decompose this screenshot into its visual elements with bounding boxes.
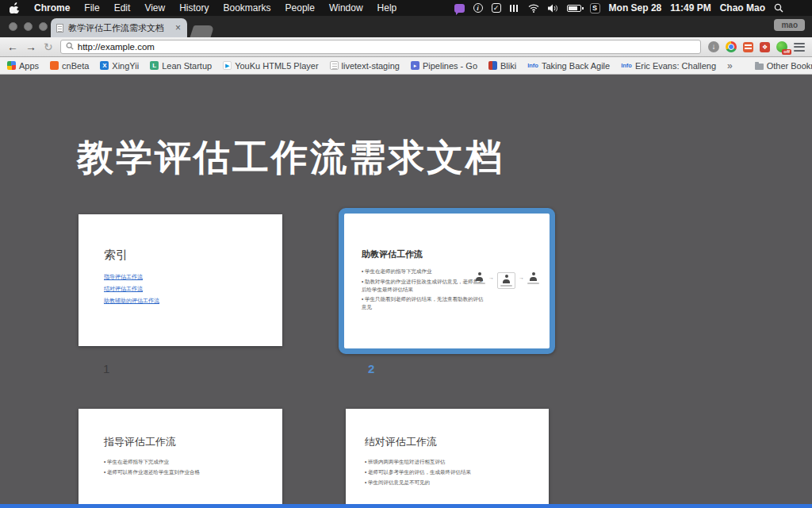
- slide-bullets: 学生在老师指导下完成作业老师可以将作业退还给学生直到作业合格: [104, 458, 266, 476]
- lean-startup-favicon: L: [150, 61, 159, 70]
- workflow-diagram: → →: [473, 272, 539, 289]
- slide-bullet: 学生在老师的指导下完成作业: [362, 267, 485, 275]
- bookmarks-bar: Apps cnBeta XXingYii LLean Startup ▶YouK…: [0, 57, 812, 75]
- slide-heading: 指导评估工作流: [104, 435, 266, 449]
- menu-item[interactable]: History: [179, 2, 209, 13]
- menu-item[interactable]: Edit: [114, 2, 131, 13]
- info-status-icon[interactable]: i: [473, 3, 483, 13]
- new-tab-button[interactable]: [190, 25, 215, 37]
- person-icon: [527, 272, 539, 284]
- slide-bullet: 助教对学生的作业进行批改生成评估意见，老师参考后给学生最终评估结果: [362, 278, 485, 294]
- bookmark-item[interactable]: InfoTaking Back Agile: [527, 61, 610, 71]
- profile-badge[interactable]: mao: [774, 19, 805, 31]
- page-content: 教学评估工作流需求文档 索引 指导评估工作流结对评估工作流助教辅助的评估工作流 …: [0, 75, 812, 508]
- extension-off-badge: off: [782, 49, 791, 55]
- bookmark-item[interactable]: LLean Startup: [150, 61, 212, 71]
- slide-link[interactable]: 助教辅助的评估工作流: [104, 297, 266, 305]
- toolbar-extensions: ↓ ❖ off: [708, 41, 805, 52]
- menu-item[interactable]: View: [144, 2, 165, 13]
- slide-number-1: 1: [103, 362, 109, 375]
- slide-link[interactable]: 结对评估工作流: [104, 285, 266, 293]
- slide-thumbnail-4[interactable]: 结对评估工作流 班级内两两学生组对进行相互评估老师可以参考学生的评估，生成最终评…: [346, 409, 549, 508]
- active-app-name[interactable]: Chrome: [34, 2, 70, 13]
- window-controls: [9, 22, 48, 31]
- menu-item[interactable]: Bookmarks: [224, 2, 271, 13]
- document-favicon: [330, 61, 339, 70]
- menu-item[interactable]: File: [84, 2, 99, 13]
- meter-status-icon[interactable]: [510, 5, 519, 12]
- minimize-window-button[interactable]: [24, 22, 33, 31]
- forward-button[interactable]: →: [25, 41, 36, 52]
- page-favicon: [56, 24, 63, 33]
- menu-item[interactable]: Help: [377, 2, 397, 13]
- bookmark-apps[interactable]: Apps: [7, 61, 39, 71]
- omnibox-search-icon: [66, 42, 74, 52]
- back-button[interactable]: ←: [7, 41, 18, 52]
- bookmark-item[interactable]: InfoEric Evans: Challeng: [621, 61, 716, 71]
- apple-menu-icon[interactable]: [10, 2, 20, 13]
- chrome-icon[interactable]: [726, 41, 737, 52]
- arrow-icon: →: [519, 275, 524, 280]
- battery-icon[interactable]: [567, 5, 581, 12]
- browser-window: 教学评估工作流需求文档 × mao ← → ↻ http://example.c…: [0, 16, 812, 508]
- menu-item[interactable]: People: [285, 2, 315, 13]
- slide-thumbnail-3[interactable]: 指导评估工作流 学生在老师指导下完成作业老师可以将作业退还给学生直到作业合格: [79, 409, 282, 508]
- pipelines-go-favicon: ▸: [411, 61, 419, 70]
- xingyii-favicon: X: [100, 61, 109, 70]
- page-title: 教学评估工作流需求文档: [77, 133, 504, 183]
- tab-close-icon[interactable]: ×: [174, 23, 182, 33]
- zoom-window-button[interactable]: [39, 22, 48, 31]
- chrome-menu-icon[interactable]: [794, 43, 805, 52]
- extension-icon[interactable]: ❖: [760, 42, 770, 52]
- bliki-favicon: [488, 61, 497, 70]
- bookmark-item[interactable]: ▸Pipelines - Go: [411, 61, 477, 71]
- bookmark-item[interactable]: XXingYii: [100, 61, 139, 71]
- menubar-date[interactable]: Mon Sep 28: [609, 2, 662, 13]
- infoq-favicon: Info: [527, 61, 538, 70]
- other-bookmarks[interactable]: Other Bookmarks: [755, 61, 812, 71]
- slide-heading: 索引: [104, 248, 266, 263]
- wifi-icon[interactable]: [528, 4, 539, 13]
- slide-link[interactable]: 指导评估工作流: [104, 273, 266, 281]
- menu-item[interactable]: Window: [329, 2, 363, 13]
- browser-tab[interactable]: 教学评估工作流需求文档 ×: [51, 18, 187, 37]
- arrow-icon: →: [488, 275, 494, 280]
- slide-bullet: 老师可以参考学生的评估，生成最终评估结果: [365, 468, 534, 476]
- slide-number-2: 2: [368, 362, 374, 375]
- person-icon: [497, 272, 515, 289]
- bookmark-item[interactable]: livetext-staging: [330, 61, 400, 71]
- slide-heading: 助教评估工作流: [362, 248, 537, 260]
- check-status-icon[interactable]: ✓: [492, 3, 501, 13]
- notification-center-icon[interactable]: [792, 5, 802, 12]
- slide-thumbnail-1[interactable]: 索引 指导评估工作流结对评估工作流助教辅助的评估工作流: [79, 214, 282, 346]
- bookmark-item[interactable]: Bliki: [488, 61, 516, 71]
- bookmark-item[interactable]: cnBeta: [50, 61, 89, 71]
- slide-links: 指导评估工作流结对评估工作流助教辅助的评估工作流: [104, 273, 266, 305]
- app-switcher-icon[interactable]: S: [590, 3, 600, 13]
- bottom-blue-strip: [0, 504, 812, 508]
- adblock-extension-icon[interactable]: off: [776, 41, 787, 52]
- menubar-user[interactable]: Chao Mao: [720, 2, 765, 13]
- spotlight-search-icon[interactable]: [774, 3, 783, 13]
- extension-icon[interactable]: [743, 42, 753, 52]
- tab-strip: 教学评估工作流需求文档 × mao: [0, 16, 812, 37]
- volume-icon[interactable]: [548, 4, 558, 13]
- bookmark-item[interactable]: ▶YouKu HTML5 Player: [223, 61, 318, 71]
- slide-bullet: 学生只能看到老师的评估结果，无法查看助教的评估意见: [362, 295, 485, 311]
- close-window-button[interactable]: [9, 22, 17, 31]
- chat-status-icon[interactable]: [454, 4, 465, 13]
- reload-button[interactable]: ↻: [44, 41, 53, 52]
- slide-thumbnail-2-selected[interactable]: 助教评估工作流 学生在老师的指导下完成作业助教对学生的作业进行批改生成评估意见，…: [339, 208, 555, 354]
- bookmarks-overflow-chevron[interactable]: »: [727, 60, 733, 71]
- menubar-menus: FileEditViewHistoryBookmarksPeopleWindow…: [84, 2, 396, 13]
- menubar-time: 11:49 PM: [670, 2, 710, 13]
- folder-icon: [755, 64, 764, 70]
- url-text: http://example.com: [78, 42, 155, 52]
- slide-bullet: 班级内两两学生组对进行相互评估: [365, 458, 534, 466]
- slide-bullet: 学生间评估意见是不可见的: [365, 479, 534, 487]
- download-icon[interactable]: ↓: [708, 41, 719, 52]
- person-icon: [473, 272, 485, 284]
- address-bar[interactable]: http://example.com: [60, 40, 701, 54]
- browser-toolbar: ← → ↻ http://example.com ↓ ❖ off: [0, 37, 812, 57]
- slide-bullets: 班级内两两学生组对进行相互评估老师可以参考学生的评估，生成最终评估结果学生间评估…: [365, 458, 534, 486]
